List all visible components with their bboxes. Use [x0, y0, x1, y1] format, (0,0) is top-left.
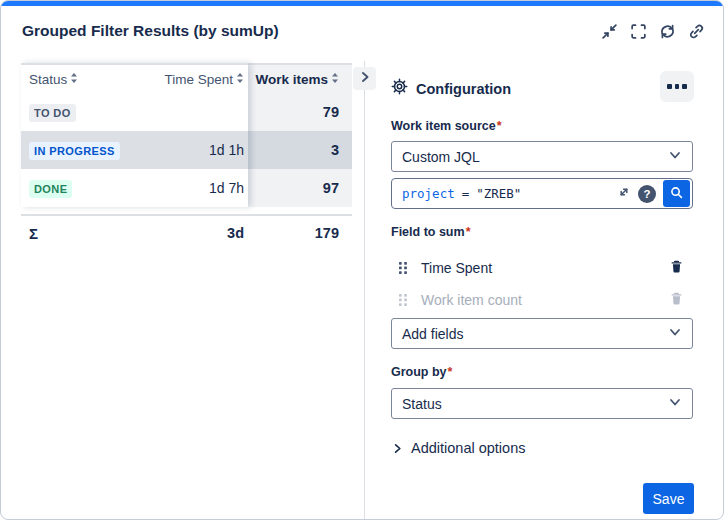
- drag-handle-icon[interactable]: [398, 261, 408, 275]
- column-header-work-items[interactable]: Work items: [248, 65, 352, 93]
- work-items-value: 79: [248, 93, 352, 131]
- chevron-right-icon: [391, 442, 404, 455]
- trash-icon: [669, 291, 684, 309]
- grouped-filter-results-widget: Grouped Filter Results (by sumUp): [0, 0, 724, 520]
- help-icon[interactable]: ?: [638, 185, 656, 203]
- search-icon: [669, 185, 684, 203]
- time-spent-value: 1d 7h: [152, 180, 248, 196]
- drag-handle-icon: [398, 293, 408, 307]
- chevron-down-icon: [668, 148, 682, 165]
- jql-search-button[interactable]: [663, 180, 690, 207]
- refresh-button[interactable]: [658, 24, 676, 42]
- jql-operator-token: =: [462, 186, 470, 201]
- delete-field-button[interactable]: [669, 259, 684, 277]
- chevron-down-icon: [668, 325, 682, 342]
- work-items-value: 97: [248, 169, 352, 207]
- refresh-icon: [659, 23, 676, 43]
- time-spent-value: 1d 1h: [152, 142, 248, 158]
- group-by-label: Group by*: [391, 365, 452, 379]
- expand-editor-icon[interactable]: [617, 185, 631, 203]
- work-item-source-select[interactable]: Custom JQL: [391, 141, 693, 172]
- trash-icon: [669, 259, 684, 277]
- table-row[interactable]: IN PROGRESS 1d 1h 3: [21, 131, 352, 169]
- required-asterisk: *: [466, 225, 471, 239]
- widget-toolbar: [600, 24, 705, 42]
- configuration-header: Configuration: [391, 78, 511, 99]
- sort-icon: [236, 70, 244, 88]
- required-asterisk: *: [448, 365, 453, 379]
- link-icon: [688, 23, 705, 43]
- column-header-label: Time Spent: [164, 72, 233, 87]
- configuration-title: Configuration: [416, 81, 511, 97]
- panel-divider: [364, 61, 365, 519]
- sum-time-spent: 3d: [152, 225, 248, 241]
- add-fields-placeholder: Add fields: [402, 326, 463, 342]
- sum-field-name: Time Spent: [421, 260, 492, 276]
- jql-input[interactable]: project = "ZREB" ?: [391, 178, 693, 209]
- chevron-down-icon: [668, 395, 682, 412]
- table-footer-row: Σ 3d 179: [21, 214, 352, 250]
- status-badge: TO DO: [29, 104, 76, 122]
- sum-field-row-time-spent: Time Spent: [391, 255, 693, 281]
- link-button[interactable]: [687, 24, 705, 42]
- selected-value: Status: [402, 396, 442, 412]
- work-items-value: 3: [248, 131, 352, 169]
- sum-work-items: 179: [248, 225, 352, 241]
- additional-options-label: Additional options: [411, 440, 525, 456]
- sum-sigma: Σ: [21, 225, 152, 242]
- collapse-panel-button[interactable]: [353, 67, 376, 90]
- column-header-time-spent[interactable]: Time Spent: [152, 70, 248, 88]
- save-button[interactable]: Save: [643, 483, 694, 514]
- gear-icon: [391, 78, 408, 99]
- sum-field-row-work-item-count: Work item count: [391, 287, 693, 313]
- status-badge: IN PROGRESS: [29, 142, 120, 160]
- jql-field-token: project: [402, 186, 455, 201]
- sort-icon: [70, 70, 78, 88]
- additional-options-toggle[interactable]: Additional options: [391, 440, 525, 456]
- add-fields-select[interactable]: Add fields: [391, 318, 693, 349]
- required-asterisk: *: [497, 119, 502, 133]
- minimize-button[interactable]: [600, 24, 618, 42]
- group-by-select[interactable]: Status: [391, 388, 693, 419]
- sum-field-name: Work item count: [421, 292, 522, 308]
- work-item-source-label: Work item source*: [391, 119, 502, 133]
- chevron-right-icon: [358, 70, 372, 87]
- fullscreen-icon: [630, 23, 647, 43]
- jql-value-token: "ZREB": [476, 186, 521, 201]
- field-to-sum-label: Field to sum*: [391, 225, 471, 239]
- table-header-row: Status Time Spent Work items: [21, 63, 352, 93]
- status-badge: DONE: [29, 180, 72, 198]
- column-header-status[interactable]: Status: [21, 70, 152, 88]
- table-row[interactable]: TO DO 79: [21, 93, 352, 131]
- widget-accent-bar: [1, 1, 723, 6]
- page-title: Grouped Filter Results (by sumUp): [22, 22, 279, 40]
- delete-field-button-disabled: [669, 291, 684, 309]
- selected-value: Custom JQL: [402, 149, 480, 165]
- column-header-label: Status: [29, 72, 67, 87]
- ellipsis-icon: [667, 84, 672, 89]
- column-header-label: Work items: [255, 72, 328, 87]
- minimize-icon: [601, 23, 618, 43]
- more-options-button[interactable]: [660, 71, 694, 102]
- results-table: Status Time Spent Work items TO DO: [21, 63, 352, 250]
- fullscreen-button[interactable]: [629, 24, 647, 42]
- table-row[interactable]: DONE 1d 7h 97: [21, 169, 352, 207]
- sort-icon: [331, 70, 339, 88]
